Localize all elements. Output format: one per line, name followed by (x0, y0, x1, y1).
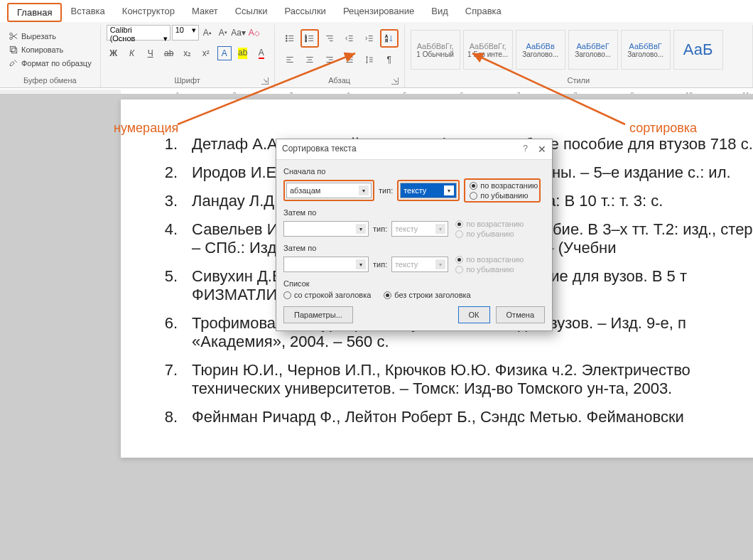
line-spacing-button[interactable] (360, 50, 379, 69)
svg-point-6 (286, 41, 287, 42)
multilevel-icon (325, 33, 335, 43)
close-icon[interactable]: ✕ (538, 144, 546, 155)
svg-rect-3 (10, 46, 15, 51)
text-effects-button[interactable]: A (217, 46, 232, 60)
tab-insert[interactable]: Вставка (62, 3, 113, 22)
bullet-list-button[interactable] (281, 29, 299, 48)
sort-then2-type[interactable]: тексту▾ (391, 257, 448, 272)
align-center-button[interactable] (300, 50, 319, 69)
style-heading1[interactable]: АаБбВвЗаголово... (516, 30, 565, 70)
italic-button[interactable]: К (125, 46, 139, 60)
dialog-titlebar[interactable]: Сортировка текста ? ✕ (276, 139, 552, 160)
align-right-button[interactable] (320, 50, 339, 69)
numbering-icon: 123 (305, 33, 315, 43)
tab-view[interactable]: Вид (423, 3, 457, 22)
cut-button[interactable]: Вырезать (6, 30, 94, 43)
group-styles: АаБбВвГг,1 Обычный АаБбВвГг,1 Без инте..… (405, 25, 753, 87)
bullets-icon (285, 33, 295, 43)
sort-field-select[interactable]: абзацам▾ (286, 183, 372, 198)
strike-button[interactable]: ab (162, 46, 176, 60)
underline-button[interactable]: Ч (143, 46, 158, 60)
format-painter-button[interactable]: Формат по образцу (6, 57, 94, 70)
ascending-radio[interactable]: по возрастанию (470, 181, 538, 190)
copy-icon (9, 45, 18, 55)
list-item[interactable]: 7.Тюрин Ю.И., Чернов И.П., Крючков Ю.Ю. … (163, 361, 753, 398)
ok-button[interactable]: ОК (458, 306, 490, 323)
sort-then1-field[interactable]: ▾ (283, 221, 369, 237)
paragraph-dialog-launcher[interactable]: ↘ (391, 77, 399, 85)
style-normal[interactable]: АаБбВвГг,1 Обычный (411, 30, 460, 70)
format-painter-label: Формат по образцу (21, 59, 92, 68)
multilevel-list-button[interactable] (320, 29, 339, 48)
tab-help[interactable]: Справка (457, 3, 510, 22)
justify-button[interactable] (340, 50, 359, 69)
styles-gallery[interactable]: АаБбВвГг,1 Обычный АаБбВвГг,1 Без инте..… (411, 30, 723, 70)
grow-font-button[interactable]: A▴ (200, 26, 215, 40)
group-paragraph: 123 АЯ ¶ Абзац↘ (275, 25, 405, 87)
annotation-sort: сортировка (629, 121, 697, 136)
bold-button[interactable]: Ж (107, 46, 121, 60)
align-left-icon (285, 55, 295, 65)
font-dialog-launcher[interactable]: ↘ (261, 77, 269, 85)
line-spacing-icon (364, 55, 374, 65)
svg-point-5 (286, 38, 287, 39)
copy-button[interactable]: Копировать (6, 43, 94, 56)
sort-then1-type[interactable]: тексту▾ (391, 221, 448, 237)
shrink-font-button[interactable]: A▾ (216, 26, 230, 40)
sort-button[interactable]: АЯ (380, 29, 399, 48)
tab-layout[interactable]: Макет (183, 3, 227, 22)
sort-icon: АЯ (384, 33, 394, 43)
tab-design[interactable]: Конструктор (114, 3, 183, 22)
sort-then1-label: Затем по (283, 208, 545, 217)
copy-label: Копировать (21, 45, 63, 54)
with-header-radio[interactable]: со строкой заголовка (283, 291, 371, 299)
ribbon: Вырезать Копировать Формат по образцу Бу… (0, 22, 753, 88)
then2-desc-radio: по убыванию (455, 265, 524, 274)
parameters-button[interactable]: Параметры... (283, 306, 353, 323)
svg-text:3: 3 (305, 39, 307, 43)
font-size-select[interactable]: 10▾ (172, 25, 199, 41)
tab-mailings[interactable]: Рассылки (276, 3, 335, 22)
dialog-title: Сортировка текста (282, 144, 357, 155)
style-no-spacing[interactable]: АаБбВвГг,1 Без инте... (463, 30, 513, 70)
superscript-button[interactable]: x² (199, 46, 213, 60)
sort-type-select[interactable]: тексту▾ (400, 183, 457, 198)
tab-review[interactable]: Рецензирование (335, 3, 423, 22)
font-name-select[interactable]: Calibri (Основ▾ (107, 25, 170, 41)
svg-text:Я: Я (385, 38, 388, 43)
align-center-icon (305, 55, 315, 65)
tab-home[interactable]: Главная (7, 3, 62, 22)
highlight-button[interactable]: ab (236, 46, 250, 60)
style-heading2[interactable]: АаБбВеГЗаголово... (568, 30, 618, 70)
list-item[interactable]: 8.Фейнман Ричард Ф., Лейтон Роберт Б., С… (163, 408, 753, 426)
align-left-button[interactable] (281, 50, 299, 69)
increase-indent-button[interactable] (360, 29, 379, 48)
tab-references[interactable]: Ссылки (227, 3, 276, 22)
group-clipboard: Вырезать Копировать Формат по образцу Бу… (0, 25, 101, 87)
sort-text-dialog: Сортировка текста ? ✕ Сначала по абзацам… (276, 139, 553, 331)
sort-first-label: Сначала по (283, 167, 545, 176)
group-paragraph-label: Абзац (328, 76, 350, 85)
then1-asc-radio: по возрастанию (455, 220, 524, 228)
descending-radio[interactable]: по убыванию (470, 191, 538, 200)
svg-point-4 (286, 36, 287, 37)
change-case-button[interactable]: Aa▾ (232, 26, 246, 40)
style-heading3[interactable]: АаБбВвГЗаголово... (621, 30, 671, 70)
style-title[interactable]: АаБ (673, 30, 723, 70)
subscript-button[interactable]: x₂ (180, 46, 195, 60)
clear-formatting-button[interactable]: A◇ (247, 26, 261, 40)
decrease-indent-button[interactable] (340, 29, 359, 48)
svg-rect-2 (12, 48, 17, 53)
numbered-list-button[interactable]: 123 (300, 29, 319, 48)
list-options-label: Список (283, 279, 545, 288)
font-color-button[interactable]: A (254, 46, 269, 60)
group-clipboard-label: Буфер обмена (6, 75, 94, 86)
sort-then2-field[interactable]: ▾ (283, 257, 369, 272)
svg-text:А: А (385, 34, 388, 38)
help-icon[interactable]: ? (523, 144, 528, 155)
cancel-button[interactable]: Отмена (496, 306, 545, 323)
type-label: тип: (379, 186, 393, 195)
show-marks-button[interactable]: ¶ (380, 50, 399, 69)
without-header-radio[interactable]: без строки заголовка (384, 291, 470, 299)
ribbon-tabs: Главная Вставка Конструктор Макет Ссылки… (0, 0, 753, 22)
